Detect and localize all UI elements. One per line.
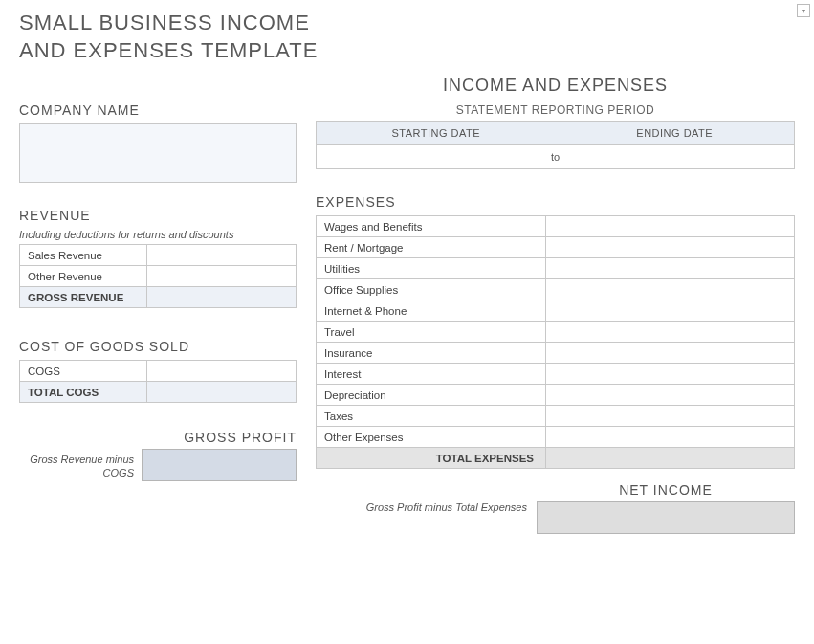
expense-depreciation-value[interactable] (546, 385, 795, 406)
reporting-period-label: STATEMENT REPORTING PERIOD (316, 103, 795, 117)
net-income-note: Gross Profit minus Total Expenses (366, 482, 527, 513)
table-row: Rent / Mortgage (317, 237, 795, 258)
revenue-table: Sales Revenue Other Revenue GROSS REVENU… (19, 244, 297, 308)
company-name-input[interactable] (19, 123, 297, 183)
expense-insurance-value[interactable] (546, 343, 795, 364)
net-income-heading: NET INCOME (537, 482, 795, 498)
title-line-2: AND EXPENSES TEMPLATE (19, 37, 795, 65)
sales-revenue-label: Sales Revenue (20, 245, 147, 266)
to-label: to (541, 145, 570, 168)
gross-revenue-label: GROSS REVENUE (20, 287, 147, 308)
table-row: Wages and Benefits (317, 216, 795, 237)
total-cogs-value (146, 382, 296, 403)
table-row: Interest (317, 364, 795, 385)
other-revenue-label: Other Revenue (20, 266, 147, 287)
net-income-value (537, 501, 795, 534)
table-row: GROSS REVENUE (20, 287, 297, 308)
table-row: COGS (20, 361, 297, 382)
income-expenses-heading: INCOME AND EXPENSES (316, 76, 795, 96)
expense-internet-value[interactable] (546, 300, 795, 322)
expense-other-value[interactable] (546, 427, 795, 448)
gross-profit-note: Gross Revenue minus COGS (19, 449, 134, 480)
expense-utilities-value[interactable] (546, 258, 795, 279)
sales-revenue-value[interactable] (146, 245, 296, 266)
cogs-value[interactable] (146, 361, 296, 382)
table-row: Internet & Phone (317, 300, 795, 322)
expense-wages-label: Wages and Benefits (317, 216, 546, 237)
expense-other-label: Other Expenses (317, 427, 546, 448)
total-expenses-label: TOTAL EXPENSES (317, 448, 546, 469)
expense-taxes-value[interactable] (546, 406, 795, 427)
expense-office-label: Office Supplies (317, 279, 546, 300)
expense-utilities-label: Utilities (317, 258, 546, 279)
expense-insurance-label: Insurance (317, 343, 546, 364)
total-expenses-value (546, 448, 795, 469)
table-row: Office Supplies (317, 279, 795, 300)
table-row: Other Revenue (20, 266, 297, 287)
table-row: Depreciation (317, 385, 795, 406)
table-row: Travel (317, 322, 795, 343)
cogs-table: COGS TOTAL COGS (19, 360, 297, 403)
company-name-label: COMPANY NAME (19, 102, 297, 118)
revenue-note: Including deductions for returns and dis… (19, 229, 297, 240)
expense-interest-value[interactable] (546, 364, 795, 385)
expense-rent-label: Rent / Mortgage (317, 237, 546, 258)
table-row: Insurance (317, 343, 795, 364)
cogs-label: COGS (20, 361, 147, 382)
revenue-heading: REVENUE (19, 208, 297, 223)
expense-internet-label: Internet & Phone (317, 300, 546, 322)
dropdown-icon[interactable]: ▾ (797, 4, 810, 17)
starting-date-label: STARTING DATE (317, 122, 556, 144)
expense-travel-value[interactable] (546, 322, 795, 343)
expense-rent-value[interactable] (546, 237, 795, 258)
table-row: Taxes (317, 406, 795, 427)
expenses-table: Wages and Benefits Rent / Mortgage Utili… (316, 215, 795, 469)
cogs-heading: COST OF GOODS SOLD (19, 339, 297, 354)
gross-revenue-value (146, 287, 296, 308)
gross-profit-heading: GROSS PROFIT (19, 430, 297, 445)
table-row: TOTAL EXPENSES (317, 448, 795, 469)
expense-interest-label: Interest (317, 364, 546, 385)
page-title: SMALL BUSINESS INCOME AND EXPENSES TEMPL… (19, 10, 795, 64)
ending-date-label: ENDING DATE (556, 122, 795, 144)
expense-depreciation-label: Depreciation (317, 385, 546, 406)
title-line-1: SMALL BUSINESS INCOME (19, 10, 795, 37)
table-row: Other Expenses (317, 427, 795, 448)
gross-profit-value (142, 449, 297, 481)
table-row: Utilities (317, 258, 795, 279)
expense-taxes-label: Taxes (317, 406, 546, 427)
ending-date-value[interactable] (570, 145, 795, 168)
table-row: Sales Revenue (20, 245, 297, 266)
period-header-row: STARTING DATE ENDING DATE (316, 121, 795, 145)
expense-wages-value[interactable] (546, 216, 795, 237)
starting-date-value[interactable] (317, 145, 541, 168)
period-values-row: to (316, 145, 795, 169)
other-revenue-value[interactable] (146, 266, 296, 287)
expense-office-value[interactable] (546, 279, 795, 300)
expense-travel-label: Travel (317, 322, 546, 343)
expenses-heading: EXPENSES (316, 194, 795, 210)
table-row: TOTAL COGS (20, 382, 297, 403)
total-cogs-label: TOTAL COGS (20, 382, 147, 403)
